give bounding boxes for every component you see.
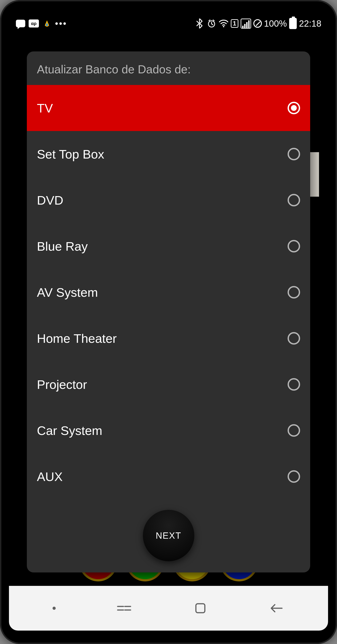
- status-left: αρ •••: [16, 18, 67, 28]
- bluetooth-icon: [194, 19, 204, 28]
- battery-icon: [289, 18, 297, 29]
- radio-icon: [288, 286, 300, 298]
- clock: 22:18: [299, 18, 321, 28]
- option-label: TV: [37, 101, 53, 116]
- next-button-container: NEXT: [27, 503, 310, 572]
- more-icon: •••: [55, 18, 67, 28]
- radio-icon: [288, 194, 300, 206]
- radio-icon: [288, 240, 300, 252]
- option-tv[interactable]: TV: [27, 85, 310, 131]
- chat-notification-icon: [16, 19, 26, 28]
- wifi-icon: [219, 19, 228, 28]
- option-blue-ray[interactable]: Blue Ray: [27, 223, 310, 269]
- do-not-disturb-icon: [253, 19, 262, 28]
- radio-icon: [288, 424, 300, 437]
- option-home-theater[interactable]: Home Theater: [27, 315, 310, 361]
- radio-icon: [288, 470, 300, 483]
- next-button[interactable]: NEXT: [143, 510, 194, 561]
- signal-icon: [240, 18, 251, 28]
- option-av-system[interactable]: AV System: [27, 269, 310, 315]
- radio-icon: [288, 102, 300, 114]
- sim-indicator: 1: [231, 19, 238, 28]
- option-dvd[interactable]: DVD: [27, 177, 310, 223]
- nav-back-button[interactable]: [269, 600, 284, 616]
- option-label: Projector: [37, 377, 87, 392]
- keyboard-indicator-icon: αρ: [28, 20, 39, 28]
- option-aux[interactable]: AUX: [27, 454, 310, 500]
- screen: αρ ••• 1 100% 22:18: [9, 14, 328, 630]
- option-label: Set Top Box: [37, 147, 104, 162]
- option-car-system[interactable]: Car System: [27, 408, 310, 454]
- nav-recents-button[interactable]: [116, 600, 132, 616]
- option-label: Car System: [37, 423, 102, 438]
- nav-home-button[interactable]: [192, 600, 208, 616]
- status-right: 1 100% 22:18: [194, 18, 321, 29]
- update-database-dialog: Atualizar Banco de Dados de: TVSet Top B…: [27, 52, 310, 572]
- radio-icon: [288, 332, 300, 344]
- svg-point-1: [223, 26, 224, 27]
- device-frame: αρ ••• 1 100% 22:18: [0, 0, 337, 644]
- status-bar: αρ ••• 1 100% 22:18: [9, 14, 328, 34]
- flame-app-icon: [42, 19, 52, 28]
- option-projector[interactable]: Projector: [27, 361, 310, 408]
- option-label: Home Theater: [37, 331, 117, 346]
- svg-rect-2: [196, 604, 205, 613]
- dialog-title: Atualizar Banco de Dados de:: [27, 52, 310, 85]
- nav-assistant-dot[interactable]: [52, 607, 56, 610]
- option-set-top-box[interactable]: Set Top Box: [27, 131, 310, 177]
- option-label: AV System: [37, 285, 98, 300]
- battery-text: 100%: [264, 18, 287, 28]
- radio-icon: [288, 148, 300, 160]
- option-label: Blue Ray: [37, 239, 88, 254]
- options-list: TVSet Top BoxDVDBlue RayAV SystemHome Th…: [27, 85, 310, 503]
- radio-icon: [288, 378, 300, 391]
- alarm-icon: [207, 19, 216, 28]
- navigation-bar: [9, 586, 328, 630]
- option-label: AUX: [37, 469, 62, 484]
- option-label: DVD: [37, 193, 63, 208]
